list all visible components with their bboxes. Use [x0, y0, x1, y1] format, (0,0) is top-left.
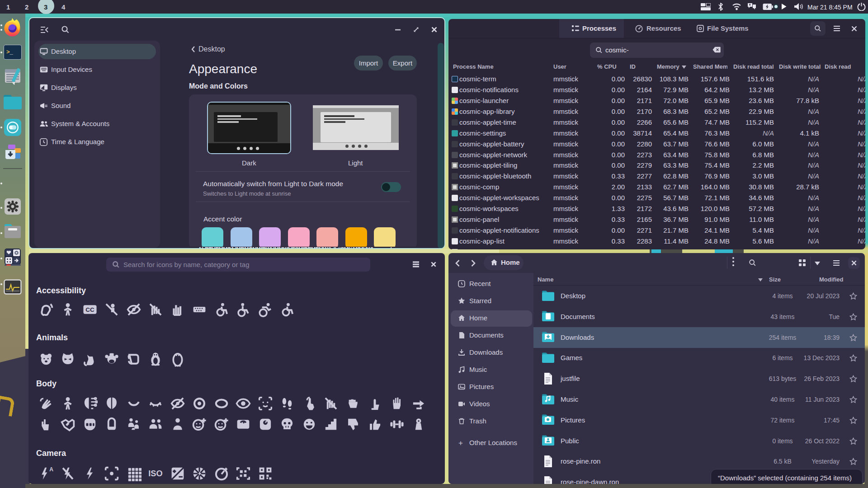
svg-text:A: A — [49, 466, 53, 473]
svg-text:CC: CC — [85, 306, 94, 313]
svg-text:ISO: ISO — [148, 469, 162, 478]
